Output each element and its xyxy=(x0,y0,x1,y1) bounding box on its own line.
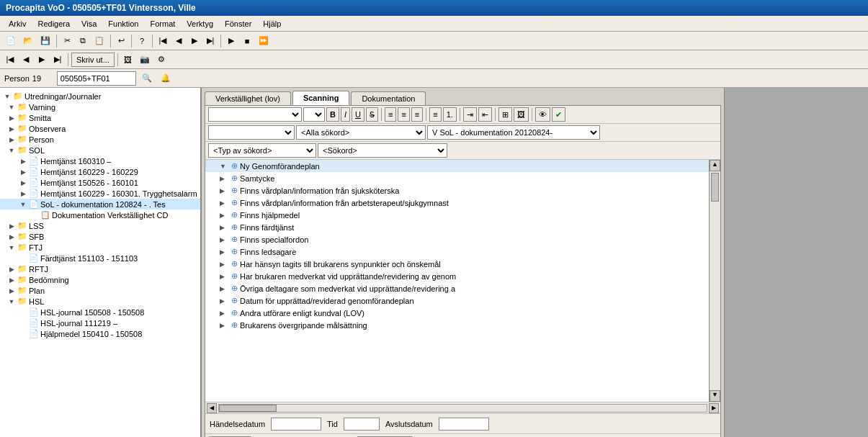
tree-item-varning[interactable]: ▼ 📁 Varning xyxy=(0,102,200,112)
toggle-plan[interactable]: ▶ xyxy=(6,287,17,294)
ct-image[interactable]: 🖼 xyxy=(514,107,529,122)
toggle-hsl111219[interactable] xyxy=(17,320,29,327)
tb2-cam[interactable]: 📷 xyxy=(137,53,153,67)
toggle-hjalpmedel[interactable] xyxy=(17,330,29,338)
tree-item-rftj[interactable]: ▶ 📁 RFTJ xyxy=(0,263,200,274)
scroll-up-btn[interactable]: ▲ xyxy=(710,160,720,171)
tree-item-hemtjanst-160229[interactable]: ▶ 📄 Hemtjänst 160229 - 160229 xyxy=(0,166,200,177)
tree-item-dok-verkst[interactable]: 📋 Dokumentation Verkställighet CD xyxy=(0,210,200,220)
tb-save[interactable]: 💾 xyxy=(37,34,53,48)
h-scroll-right[interactable]: ▶ xyxy=(709,403,719,413)
tab-dokumentation[interactable]: Dokumentation xyxy=(351,91,426,105)
toggle-h150526[interactable]: ▶ xyxy=(17,179,29,186)
ct-indent[interactable]: ⇥ xyxy=(463,107,477,122)
tree-item-hsl-journal-111219[interactable]: 📄 HSL-journal 111219 – xyxy=(0,317,200,328)
tb-new[interactable]: 📄 xyxy=(3,34,19,48)
menu-item-visa[interactable]: Visa xyxy=(76,18,102,30)
list-scrollbar[interactable]: ▲ ▼ xyxy=(709,160,720,402)
toggle-samtycke[interactable]: ▶ xyxy=(220,175,230,182)
h-scroll-left[interactable]: ◀ xyxy=(207,403,217,413)
ct-bold[interactable]: B xyxy=(326,107,339,122)
tree-item-observera[interactable]: ▶ 📁 Observera xyxy=(0,123,200,134)
ct-strikethrough[interactable]: S̶ xyxy=(366,107,378,122)
scroll-thumb[interactable] xyxy=(711,173,719,202)
tb2-nav4[interactable]: ▶| xyxy=(50,53,65,67)
tree-item-plan[interactable]: ▶ 📁 Plan xyxy=(0,285,200,296)
tree-item-sfb[interactable]: ▶ 📁 SFB xyxy=(0,231,200,242)
toggle-varning[interactable]: ▼ xyxy=(6,104,17,111)
select-alla-sokord[interactable]: <Alla sökord> xyxy=(296,125,426,140)
toggle-ovriga[interactable]: ▶ xyxy=(220,285,230,292)
toggle-ny[interactable]: ▼ xyxy=(220,163,230,170)
tb-paste[interactable]: 📋 xyxy=(91,34,107,48)
tb2-nav1[interactable]: |◀ xyxy=(3,53,17,67)
ct-table[interactable]: ⊞ xyxy=(498,107,512,122)
tree-item-hjalpmedel[interactable]: 📄 Hjälpmedel 150410 - 150508 xyxy=(0,328,200,339)
tb-nav-first[interactable]: |◀ xyxy=(156,34,170,48)
tree-item-person[interactable]: ▶ 📁 Person xyxy=(0,134,200,145)
ct-num-list[interactable]: 1. xyxy=(443,107,457,122)
ct-italic[interactable]: I xyxy=(341,107,350,122)
toggle-bedomning[interactable]: ▶ xyxy=(6,276,17,284)
tree-item-hemtjanst-160310[interactable]: ▶ 📄 Hemtjänst 160310 – xyxy=(0,156,200,166)
menu-item-funktion[interactable]: Funktion xyxy=(102,18,144,30)
tb2-img[interactable]: 🖼 xyxy=(121,53,135,67)
tb2-nav2[interactable]: ◀ xyxy=(19,53,33,67)
list-item-datum[interactable]: ▶ ⊕ Datum för upprättad/reviderad genomf… xyxy=(205,294,709,307)
toggle-andra[interactable]: ▶ xyxy=(220,310,230,317)
tb-stop[interactable]: ■ xyxy=(240,34,254,48)
tb-copy[interactable]: ⧉ xyxy=(76,34,90,48)
print-button[interactable]: Skriv ut... xyxy=(71,53,115,67)
list-item-finns-hjalpmedel[interactable]: ▶ ⊕ Finns hjälpmedel xyxy=(205,209,709,221)
person-search-btn[interactable]: 🔍 xyxy=(139,71,155,86)
list-item-finns-arb[interactable]: ▶ ⊕ Finns vårdplan/information från arbe… xyxy=(205,197,709,209)
list-item-samtycke[interactable]: ▶ ⊕ Samtycke xyxy=(205,172,709,184)
menu-item-hjälp[interactable]: Hjälp xyxy=(257,18,287,30)
ct-preview[interactable]: 👁 xyxy=(535,107,550,122)
toggle-h160229b[interactable]: ▶ xyxy=(17,190,29,197)
toggle-sol[interactable]: ▼ xyxy=(6,147,17,154)
tb-play[interactable]: ▶ xyxy=(224,34,238,48)
select-sokord[interactable]: <Sökord> xyxy=(318,143,447,158)
scroll-down-btn[interactable]: ▼ xyxy=(710,390,720,402)
tid-input[interactable] xyxy=(344,418,380,431)
toggle-har-hansyn[interactable]: ▶ xyxy=(220,261,230,268)
handelsedatum-input[interactable] xyxy=(271,418,321,431)
tab-scanning[interactable]: Scanning xyxy=(292,91,350,105)
tb-nav-next[interactable]: ▶ xyxy=(187,34,202,48)
list-item-har-hansyn[interactable]: ▶ ⊕ Har hänsyn tagits till brukarens syn… xyxy=(205,258,709,270)
list-item-finns-specialfordon[interactable]: ▶ ⊕ Finns specialfordon xyxy=(205,233,709,245)
toggle-dok-verkst[interactable] xyxy=(29,212,40,219)
toggle-ftj[interactable]: ▼ xyxy=(6,244,17,251)
list-item-brukarens[interactable]: ▶ ⊕ Brukarens övergripande målsättning xyxy=(205,319,709,331)
toggle-datum[interactable]: ▶ xyxy=(220,297,230,305)
list-item-ny-genomforandeplan[interactable]: ▼ ⊕ Ny Genomförandeplan xyxy=(205,160,709,172)
tree-item-ftj[interactable]: ▼ 📁 FTJ xyxy=(0,242,200,253)
ct-underline[interactable]: U xyxy=(352,107,364,122)
toggle-hsl150508[interactable] xyxy=(17,309,29,316)
menu-item-redigera[interactable]: Redigera xyxy=(32,18,76,30)
ct-outdent[interactable]: ⇤ xyxy=(478,107,492,122)
toggle-finns-ledsagare[interactable]: ▶ xyxy=(220,248,230,256)
toggle-lss[interactable]: ▶ xyxy=(6,222,17,230)
toggle-smitta[interactable]: ▶ xyxy=(6,114,17,122)
ct-list[interactable]: ≡ xyxy=(429,107,441,122)
tree-item-hemtjanst-150526[interactable]: ▶ 📄 Hemtjänst 150526 - 160101 xyxy=(0,177,200,188)
toggle-sfb[interactable]: ▶ xyxy=(6,233,17,240)
menu-item-format[interactable]: Format xyxy=(145,18,182,30)
select-sol-dok[interactable]: V SoL - dokumentation 20120824- xyxy=(427,125,600,140)
tb-ff[interactable]: ⏩ xyxy=(256,34,272,48)
list-item-finns-ledsagare[interactable]: ▶ ⊕ Finns ledsagare xyxy=(205,245,709,258)
h-scroll-thumb[interactable] xyxy=(219,405,277,412)
menu-item-verktyg[interactable]: Verktyg xyxy=(181,18,219,30)
toggle-sol-dok[interactable]: ▼ xyxy=(17,201,29,208)
tree-item-bedomning[interactable]: ▶ 📁 Bedömning xyxy=(0,274,200,285)
tb2-tools[interactable]: ⚙ xyxy=(154,53,169,67)
tree-item-hsl-journal-150508[interactable]: 📄 HSL-journal 150508 - 150508 xyxy=(0,307,200,317)
avslutsdatum-input[interactable] xyxy=(439,418,489,431)
ct-align-right[interactable]: ≡ xyxy=(411,107,423,122)
tab-verkstallighet[interactable]: Verkställighet (lov) xyxy=(205,91,291,105)
menu-item-fönster[interactable]: Fönster xyxy=(219,18,257,30)
toggle-finns-specialfordon[interactable]: ▶ xyxy=(220,236,230,243)
tb-nav-prev[interactable]: ◀ xyxy=(171,34,186,48)
